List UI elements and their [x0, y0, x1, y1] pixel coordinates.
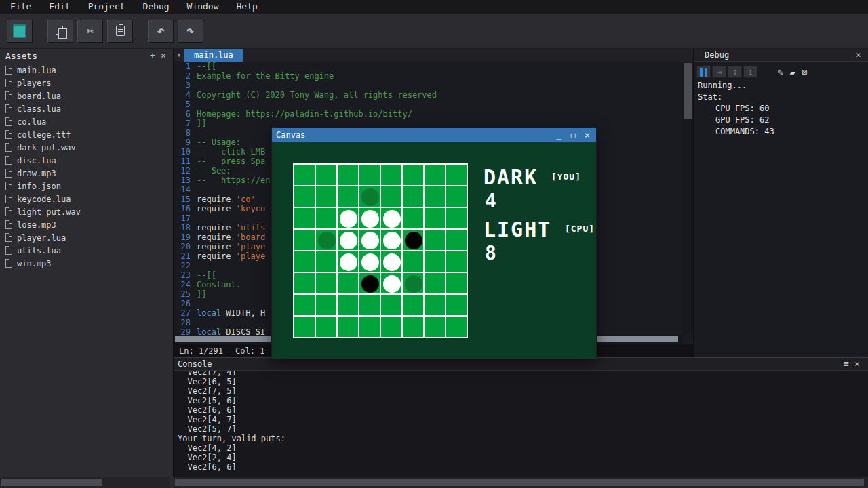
line-number: 20: [174, 242, 197, 251]
asset-item[interactable]: draw.mp3: [0, 167, 173, 180]
asset-item[interactable]: utils.lua: [0, 244, 173, 257]
console-line: Vec2[5, 7]: [178, 424, 868, 434]
valid-move-hint[interactable]: [405, 275, 422, 293]
asset-item[interactable]: win.mp3: [0, 257, 173, 270]
close-button[interactable]: ×: [583, 129, 592, 140]
file-icon: [5, 207, 12, 216]
assets-list: main.luaplayersboard.luaclass.luaco.luac…: [0, 64, 173, 477]
valid-move-hint[interactable]: [361, 188, 379, 206]
debug-status: Running...: [694, 80, 868, 92]
black-disc: [405, 232, 422, 249]
line-number: 7: [174, 119, 197, 128]
scrollbar-thumb[interactable]: [1, 479, 102, 486]
console-horizontal-scrollbar[interactable]: [174, 477, 868, 488]
clipboard-icon: [116, 26, 125, 36]
scrollbar-thumb[interactable]: [175, 479, 864, 486]
debug-close-button[interactable]: ×: [853, 49, 864, 61]
valid-move-hint[interactable]: [318, 232, 336, 249]
step-into-icon: ↧: [732, 67, 737, 77]
console-list-button[interactable]: ≡: [841, 358, 852, 370]
code-text: require 'playe: [197, 242, 265, 251]
debug-stats: CPU FPS: 60GPU FPS: 62COMMANDS: 43: [694, 103, 868, 138]
menu-item-debug[interactable]: Debug: [134, 0, 178, 14]
tab-main-lua[interactable]: main.lua: [184, 49, 243, 62]
asset-item[interactable]: co.lua: [0, 115, 173, 128]
scrollbar-thumb[interactable]: [684, 63, 692, 119]
redo-button[interactable]: ↷: [178, 20, 203, 43]
editor-vertical-scrollbar[interactable]: [682, 62, 693, 335]
menu-item-window[interactable]: Window: [178, 0, 228, 14]
tab-list-dropdown[interactable]: ▼: [174, 49, 184, 62]
asset-item-label: class.lua: [17, 104, 61, 114]
cut-button[interactable]: ✂: [77, 20, 103, 43]
code-text: require 'co': [197, 195, 256, 204]
assets-close-button[interactable]: ×: [158, 49, 169, 62]
debug-stat: GPU FPS: 62: [694, 115, 868, 126]
asset-item[interactable]: board.lua: [0, 89, 173, 102]
debug-stat: COMMANDS: 43: [694, 126, 868, 138]
minimize-button[interactable]: _: [554, 129, 564, 140]
white-disc: [383, 253, 401, 271]
maximize-button[interactable]: □: [568, 129, 578, 140]
paste-button[interactable]: [107, 20, 133, 43]
code-segment: Example for the Bitty engine: [197, 71, 334, 81]
asset-item[interactable]: players: [0, 77, 173, 89]
code-line: 5: [174, 100, 682, 109]
code-text: --[[: [197, 62, 216, 71]
asset-item-label: dark put.wav: [17, 143, 76, 152]
asset-item[interactable]: dark put.wav: [0, 141, 173, 154]
asset-item[interactable]: disc.lua: [0, 154, 173, 167]
line-number: 26: [174, 299, 197, 308]
debug-title: Debug: [705, 50, 729, 60]
code-segment: 'playe: [236, 242, 265, 251]
reversi-board[interactable]: [293, 163, 468, 338]
black-disc: [361, 275, 379, 293]
canvas-title-bar[interactable]: Canvas _ □ ×: [272, 128, 596, 142]
console-line: Vec2[6, 6]: [178, 405, 868, 415]
marker-icon[interactable]: ▰: [790, 67, 795, 77]
step-into-button[interactable]: ↧: [728, 66, 742, 78]
asset-item[interactable]: class.lua: [0, 102, 173, 115]
code-text: Homepage: https://paladin-t.github.io/bi…: [197, 109, 412, 119]
light-player-label: LIGHT: [484, 218, 551, 241]
assets-horizontal-scrollbar[interactable]: [0, 477, 170, 488]
line-number: 15: [174, 195, 197, 204]
code-segment: require: [197, 251, 236, 261]
menu-item-file[interactable]: File: [1, 0, 40, 14]
scoreboard: DARK [YOU] 4 LIGHT [CPU] 8: [484, 166, 595, 270]
asset-item[interactable]: main.lua: [0, 64, 173, 77]
asset-item[interactable]: keycode.lua: [0, 192, 173, 205]
file-icon: [5, 156, 12, 165]
code-text: --[[: [197, 270, 216, 280]
menu-item-edit[interactable]: Edit: [40, 0, 79, 14]
asset-item-label: player.lua: [17, 233, 66, 243]
clear-icon[interactable]: ⊠: [802, 67, 808, 77]
pause-button[interactable]: [696, 66, 711, 78]
copy-button[interactable]: [47, 20, 73, 43]
menu-item-project[interactable]: Project: [79, 0, 134, 14]
debug-stat: CPU FPS: 60: [694, 103, 868, 115]
console-panel: Console ≡ × Vec2[7, 4] Vec2[6, 5] Vec2[7…: [174, 357, 868, 477]
asset-item-label: utils.lua: [17, 246, 61, 256]
code-segment: 'playe: [236, 251, 265, 261]
line-number: 14: [174, 185, 197, 195]
add-asset-button[interactable]: +: [147, 49, 158, 62]
chevron-down-icon: ▼: [178, 52, 181, 58]
code-segment: 'board: [236, 232, 265, 242]
file-icon: [5, 117, 12, 126]
undo-button[interactable]: ↶: [148, 20, 174, 43]
asset-item[interactable]: light put.wav: [0, 205, 173, 218]
step-out-button[interactable]: ↥: [743, 66, 757, 78]
menu-item-help[interactable]: Help: [228, 0, 267, 14]
asset-item[interactable]: college.ttf: [0, 128, 173, 141]
asset-item[interactable]: player.lua: [0, 231, 173, 244]
asset-item-label: draw.mp3: [17, 169, 56, 178]
step-over-button[interactable]: ⇥: [712, 66, 726, 78]
pencil-icon[interactable]: ✎: [778, 67, 783, 77]
console-close-button[interactable]: ×: [852, 358, 863, 370]
asset-item[interactable]: info.json: [0, 180, 173, 192]
debug-body: Running... Stat: CPU FPS: 60GPU FPS: 62C…: [694, 80, 868, 357]
code-text: require 'utils: [197, 223, 265, 232]
asset-item[interactable]: lose.mp3: [0, 218, 173, 231]
new-button[interactable]: [7, 20, 33, 43]
